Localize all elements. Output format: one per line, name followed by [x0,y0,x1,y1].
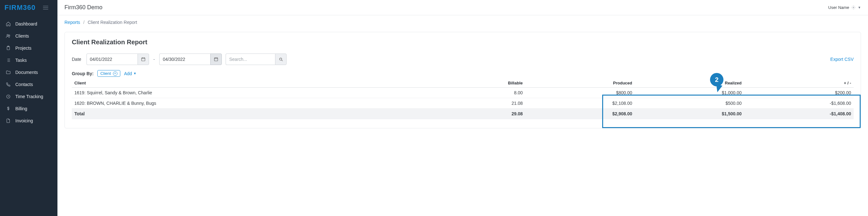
date-from-picker-button[interactable] [137,53,149,65]
folder-icon [6,70,11,75]
report-table: Client Billable Produced Realized + / - … [72,79,854,119]
sidebar-item-clients[interactable]: Clients [0,30,57,42]
sidebar-item-label: Dashboard [15,21,37,27]
gear-icon [851,5,856,10]
sidebar-item-invoicing[interactable]: Invoicing [0,115,57,127]
calendar-icon [141,57,146,62]
groupby-chip-label: Client [100,71,111,76]
brand-logo: FIRM360 [4,3,35,12]
cell-total-produced: $2,908.00 [525,109,635,119]
breadcrumb: Reports / Client Realization Report [57,15,868,27]
cell-client: 1619: Squirrel, Sandy & Brown, Charlie [72,87,431,98]
date-from-input[interactable] [87,53,137,65]
sidebar-header: FIRM360 [0,0,57,15]
cell-total-billable: 29.08 [431,109,525,119]
chevron-down-icon: ▼ [858,6,861,9]
topbar: Firm360 Demo User Name ▼ [57,0,868,15]
groupby-add-label: Add [124,71,132,76]
close-icon[interactable]: × [113,71,118,76]
table-row[interactable]: 1620: BROWN, CHARLIE & Bunny, Bugs 21.08… [72,98,854,109]
app-title: Firm360 Demo [64,4,102,11]
cell-delta: -$1,608.00 [744,98,854,109]
sidebar-item-documents[interactable]: Documents [0,66,57,78]
cell-realized: $500.00 [635,98,744,109]
cell-billable: 8.00 [431,87,525,98]
sidebar-item-label: Billing [15,106,27,111]
svg-point-0 [7,34,9,36]
date-to-picker-button[interactable] [210,53,222,65]
report-panel: Client Realization Report Date - [64,32,861,129]
sidebar-item-projects[interactable]: Projects [0,42,57,54]
cell-realized: $1,000.00 [635,87,744,98]
breadcrumb-separator: / [83,20,85,25]
sidebar-item-label: Contacts [15,82,33,87]
phone-icon [6,82,11,87]
file-icon [6,118,11,123]
sidebar-item-billing[interactable]: Billing [0,103,57,115]
table-row[interactable]: 1619: Squirrel, Sandy & Brown, Charlie 8… [72,87,854,98]
sidebar-item-label: Time Tracking [15,94,43,99]
users-icon [6,33,11,39]
chevron-down-icon: ▼ [133,72,136,75]
sidebar-item-time-tracking[interactable]: Time Tracking [0,91,57,103]
search-input[interactable] [226,53,275,65]
search-group [226,53,286,65]
date-to-group [159,53,222,65]
groupby-add-menu[interactable]: Add ▼ [124,71,136,76]
sidebar-item-label: Tasks [15,58,27,63]
date-range-separator: - [153,57,156,62]
svg-rect-6 [142,58,145,61]
cell-delta: $200.00 [744,87,854,98]
cell-total-realized: $1,500.00 [635,109,744,119]
cell-total-label: Total [72,109,431,119]
sidebar-item-contacts[interactable]: Contacts [0,78,57,91]
page-title: Client Realization Report [72,39,854,46]
sidebar-item-label: Documents [15,70,38,75]
svg-point-5 [853,7,854,8]
groupby-row: Group By: Client × Add ▼ [72,70,854,77]
clock-icon [6,94,11,99]
table-total-row: Total 29.08 $2,908.00 $1,500.00 -$1,408.… [72,109,854,119]
sidebar-nav: Dashboard Clients Projects Tasks Documen… [0,15,57,127]
clipboard-icon [6,45,11,51]
cell-billable: 21.08 [431,98,525,109]
menu-icon[interactable] [42,4,49,11]
search-icon [279,57,283,62]
sidebar-item-label: Clients [15,33,29,39]
col-realized[interactable]: Realized [635,79,744,87]
col-delta[interactable]: + / - [744,79,854,87]
date-label: Date [72,57,82,62]
list-icon [6,58,11,63]
filters: Date - [72,53,854,65]
date-to-input[interactable] [159,53,210,65]
main: Firm360 Demo User Name ▼ Reports / Clien… [57,0,868,216]
sidebar-item-label: Projects [15,45,32,51]
export-csv-link[interactable]: Export CSV [830,57,854,62]
date-from-group [87,53,149,65]
svg-point-8 [280,58,282,60]
groupby-label: Group By: [72,71,93,76]
sidebar-item-label: Invoicing [15,118,33,123]
breadcrumb-root[interactable]: Reports [64,20,80,25]
col-produced[interactable]: Produced [525,79,635,87]
user-menu[interactable]: User Name ▼ [828,5,861,10]
home-icon [6,21,11,27]
sidebar: FIRM360 Dashboard Clients Projects Tasks [0,0,57,216]
svg-point-1 [9,35,10,36]
col-client[interactable]: Client [72,79,431,87]
dollar-icon [6,106,11,111]
cell-produced: $800.00 [525,87,635,98]
breadcrumb-current: Client Realization Report [88,20,137,25]
sidebar-item-tasks[interactable]: Tasks [0,54,57,66]
search-button[interactable] [275,53,286,65]
cell-client: 1620: BROWN, CHARLIE & Bunny, Bugs [72,98,431,109]
svg-rect-7 [214,58,218,61]
cell-total-delta: -$1,408.00 [744,109,854,119]
sidebar-item-dashboard[interactable]: Dashboard [0,18,57,30]
calendar-icon [214,57,219,62]
col-billable[interactable]: Billable [431,79,525,87]
groupby-chip-client[interactable]: Client × [97,70,120,77]
cell-produced: $2,108.00 [525,98,635,109]
user-name: User Name [828,5,849,10]
